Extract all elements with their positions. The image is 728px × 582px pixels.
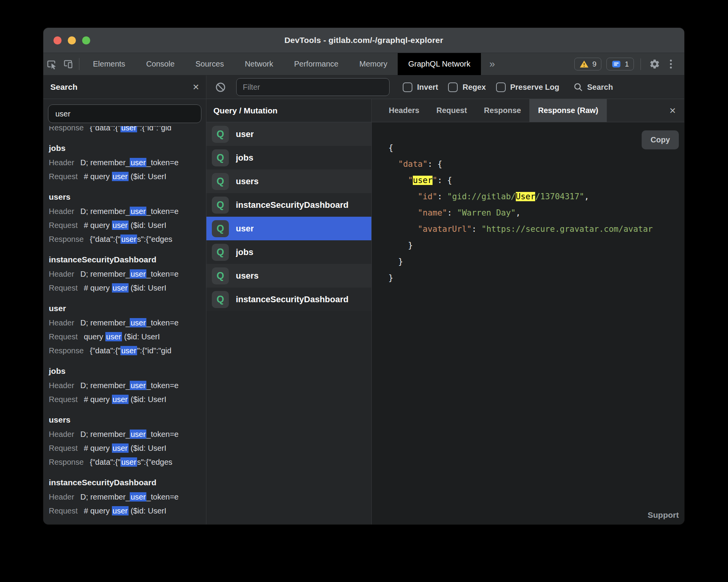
search-result-line-label: Request [49, 218, 78, 232]
query-list-item-jobs[interactable]: Qjobs [206, 146, 371, 169]
warning-icon [579, 60, 589, 68]
messages-badge[interactable]: 1 [606, 58, 634, 70]
device-toolbar-icon[interactable] [60, 53, 76, 75]
search-result-line-label: Header [49, 156, 74, 169]
invert-checkbox[interactable] [403, 82, 412, 92]
search-result-line[interactable]: Request# query user ($id: UserI [49, 169, 201, 183]
more-options-icon[interactable] [667, 60, 675, 68]
maximize-window-button[interactable] [82, 36, 90, 45]
query-list-item-users[interactable]: Qusers [206, 264, 371, 288]
json-line: "user": { [388, 172, 684, 188]
search-result-group: Response{"data":{"user":{"id":"gid [49, 126, 201, 135]
query-list-item-user[interactable]: Quser [206, 217, 371, 240]
search-result-line[interactable]: HeaderD; remember_user_token=e [49, 490, 201, 504]
search-result-line[interactable]: HeaderD; remember_user_token=e [49, 267, 201, 281]
search-result-line[interactable]: HeaderD; remember_user_token=e [49, 204, 201, 218]
search-result-group: usersHeaderD; remember_user_token=eReque… [49, 192, 201, 246]
search-result-line-text: # query user ($id: UserI [84, 281, 167, 295]
devtools-tabs: ElementsConsoleSourcesNetworkPerformance… [82, 53, 481, 75]
tab-console[interactable]: Console [136, 53, 185, 75]
search-result-operation-name: users [49, 415, 201, 425]
tab-graphql-network[interactable]: GraphQL Network [398, 53, 481, 75]
search-result-operation-name: users [49, 192, 201, 202]
settings-gear-icon[interactable] [647, 58, 662, 70]
query-type-icon: Q [212, 244, 229, 261]
search-match-highlight: user [112, 443, 129, 453]
search-result-line[interactable]: Requestquery user ($id: UserI [49, 330, 201, 344]
search-result-operation-name: user [49, 303, 201, 313]
regex-checkbox[interactable] [448, 82, 458, 92]
search-result-line-text: {"data":{"users":{"edges [90, 232, 172, 246]
detail-tab-response[interactable]: Response [476, 99, 530, 122]
search-panel-close-icon[interactable]: × [193, 82, 199, 92]
json-line: } [388, 270, 684, 286]
search-result-line-text: D; remember_user_token=e [81, 204, 179, 218]
tab-elements[interactable]: Elements [82, 53, 136, 75]
search-result-line[interactable]: Response{"data":{"users":{"edges [49, 232, 201, 246]
search-result-line[interactable]: HeaderD; remember_user_token=e [49, 378, 201, 392]
search-match-highlight: user [120, 126, 137, 132]
search-result-line-text: D; remember_user_token=e [81, 316, 179, 330]
search-result-line[interactable]: Request# query user ($id: UserI [49, 392, 201, 406]
search-result-line[interactable]: HeaderD; remember_user_token=e [49, 427, 201, 441]
search-match-highlight: user [130, 318, 146, 327]
inspect-element-icon[interactable] [43, 53, 60, 75]
detail-tab-headers[interactable]: Headers [380, 99, 428, 122]
query-list-item-instancesecuritydashboard[interactable]: QinstanceSecurityDashboard [206, 193, 371, 217]
query-list-item-user[interactable]: Quser [206, 122, 371, 146]
search-match-highlight: user [120, 235, 137, 244]
tab-network[interactable]: Network [234, 53, 283, 75]
query-type-icon: Q [212, 197, 229, 214]
minimize-window-button[interactable] [68, 36, 76, 45]
support-link[interactable]: Support [648, 510, 679, 520]
search-result-line[interactable]: Request# query user ($id: UserI [49, 281, 201, 295]
query-list-item-instancesecuritydashboard[interactable]: QinstanceSecurityDashboard [206, 288, 371, 311]
network-toolbar: Invert Regex Preserve Log Search [206, 75, 684, 99]
search-result-group: usersHeaderD; remember_user_token=eReque… [49, 415, 201, 469]
detail-tab-response-raw[interactable]: Response (Raw) [529, 99, 607, 122]
detail-close-icon[interactable]: × [661, 99, 684, 122]
search-result-line[interactable]: Request# query user ($id: UserI [49, 504, 201, 518]
preserve-log-checkbox-group: Preserve Log [496, 82, 560, 92]
more-tabs-button[interactable]: » [481, 53, 503, 75]
detail-tab-request[interactable]: Request [428, 99, 476, 122]
search-result-line-text: D; remember_user_token=e [81, 490, 179, 504]
close-window-button[interactable] [53, 36, 62, 45]
json-line: "id": "gid://gitlab/User/13704317", [388, 188, 684, 205]
tab-memory[interactable]: Memory [349, 53, 398, 75]
query-list: QuserQjobsQusersQinstanceSecurityDashboa… [206, 122, 371, 524]
query-name: user [236, 129, 254, 139]
toolbar-search-button[interactable]: Search [573, 82, 613, 92]
search-result-line[interactable]: Response{"data":{"users":{"edges [49, 455, 201, 469]
search-result-line-label: Header [49, 427, 74, 441]
devtools-window: DevTools - gitlab.com/-/graphql-explorer… [43, 28, 684, 524]
search-input[interactable] [48, 104, 201, 123]
search-result-line[interactable]: Request# query user ($id: UserI [49, 441, 201, 455]
tab-sources[interactable]: Sources [185, 53, 234, 75]
search-match-highlight: user [130, 430, 146, 439]
tab-performance[interactable]: Performance [284, 53, 349, 75]
query-type-icon: Q [212, 126, 229, 143]
window-title: DevTools - gitlab.com/-/graphql-explorer [284, 36, 443, 45]
query-list-item-jobs[interactable]: Qjobs [206, 240, 371, 264]
warnings-badge[interactable]: 9 [574, 58, 602, 70]
filter-input[interactable] [236, 78, 390, 96]
search-results-list: Response{"data":{"user":{"id":"gidjobsHe… [43, 126, 206, 524]
search-result-line[interactable]: HeaderD; remember_user_token=e [49, 316, 201, 330]
search-result-line-label: Response [49, 232, 84, 246]
search-result-line[interactable]: Response{"data":{"user":{"id":"gid [49, 344, 201, 358]
search-match-highlight: user [130, 269, 146, 279]
search-panel: Search × Response{"data":{"user":{"id":"… [43, 75, 206, 524]
message-count: 1 [625, 60, 629, 68]
search-result-line[interactable]: Response{"data":{"user":{"id":"gid [49, 126, 201, 135]
search-result-line-label: Request [49, 281, 78, 295]
search-result-line[interactable]: HeaderD; remember_user_token=e [49, 156, 201, 169]
traffic-lights [53, 28, 90, 53]
search-match-highlight: user [130, 158, 146, 167]
preserve-log-checkbox[interactable] [496, 82, 506, 92]
query-list-item-users[interactable]: Qusers [206, 169, 371, 193]
search-result-line[interactable]: Request# query user ($id: UserI [49, 218, 201, 232]
search-result-operation-name: instanceSecurityDashboard [49, 255, 201, 265]
clear-block-icon[interactable] [215, 82, 226, 93]
toolbar-divider [79, 58, 79, 70]
